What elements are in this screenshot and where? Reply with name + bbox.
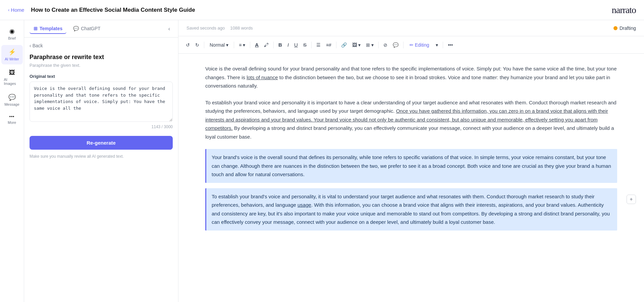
text-color-button[interactable]: A bbox=[253, 41, 261, 49]
editor-content[interactable]: Voice is the overall defining sound for … bbox=[178, 54, 644, 302]
regenerate-button[interactable]: Re-generate bbox=[30, 136, 173, 150]
text-area-container: Voice is the overall defining sound for … bbox=[30, 82, 173, 129]
ai-writer-icon: ⚡ bbox=[8, 48, 16, 56]
brief-icon: ◉ bbox=[9, 28, 15, 35]
sidebar-message-label: Message bbox=[4, 102, 19, 106]
chevron-left-icon: ‹ bbox=[8, 7, 9, 12]
strikethrough-button[interactable]: S bbox=[301, 41, 309, 49]
underline-text-3: usage bbox=[298, 202, 311, 208]
bold-button[interactable]: B bbox=[276, 41, 284, 49]
highlight-icon: 🖍 bbox=[264, 42, 269, 48]
pencil-icon: ✏ bbox=[410, 42, 414, 48]
format-dropdown[interactable]: Normal ▾ bbox=[207, 41, 231, 49]
sidebar-item-ai-images[interactable]: 🖼 AI Images bbox=[1, 66, 23, 89]
sidebar-icons: ◉ Brief ⚡ AI Writer 🖼 AI Images 💬 Messag… bbox=[0, 20, 24, 302]
selected-paragraph-4: To establish your brand's voice and pers… bbox=[205, 188, 617, 231]
top-bar: ‹ Home How to Create an Effective Social… bbox=[0, 0, 644, 20]
editor-status-bar: Saved seconds ago 1088 words Drafting bbox=[178, 20, 644, 36]
back-button[interactable]: ‹ Back bbox=[30, 43, 173, 48]
toolbar-separator-3 bbox=[250, 42, 250, 48]
more-icon: ••• bbox=[9, 114, 15, 119]
toolbar-separator-6 bbox=[336, 42, 336, 48]
panel-section-title: Paraphrase or rewrite text bbox=[30, 54, 173, 61]
editor-toolbar: ↺ ↻ Normal ▾ ≡ ▾ A 🖍 B bbox=[178, 36, 644, 54]
bullet-list-button[interactable]: ☰ bbox=[314, 41, 323, 49]
underline-text-2: Once you have gathered this information,… bbox=[205, 108, 608, 131]
toolbar-separator-2 bbox=[234, 42, 234, 48]
underline-text-1: lots of nuance bbox=[247, 74, 278, 80]
sidebar-item-brief[interactable]: ◉ Brief bbox=[1, 24, 23, 44]
editing-mode-button[interactable]: ✏ Editing bbox=[406, 41, 433, 49]
templates-icon: ⊞ bbox=[34, 26, 38, 31]
ai-disclaimer: Make sure you manually review all AI gen… bbox=[30, 154, 173, 159]
italic-button[interactable]: I bbox=[285, 41, 291, 49]
panel-section-subtitle: Paraphrase the given text. bbox=[30, 63, 173, 68]
undo-button[interactable]: ↺ bbox=[184, 41, 192, 49]
editing-label: Editing bbox=[415, 42, 429, 48]
format-label: Normal bbox=[210, 42, 225, 48]
editor-paragraph-2: To establish your brand voice and person… bbox=[205, 98, 617, 141]
more-options-button[interactable]: ••• bbox=[446, 41, 455, 49]
sidebar-item-message[interactable]: 💬 Message bbox=[1, 90, 23, 110]
editing-chevron-button[interactable]: ▾ bbox=[434, 41, 440, 49]
word-count: 1088 words bbox=[230, 26, 253, 31]
text-color-icon: A bbox=[255, 42, 259, 48]
char-count: 1143 / 3000 bbox=[30, 124, 173, 129]
back-chevron-icon: ‹ bbox=[30, 43, 31, 48]
link-button[interactable]: 🔗 bbox=[339, 41, 349, 49]
toolbar-separator-1 bbox=[204, 42, 204, 48]
back-label: Back bbox=[33, 43, 43, 48]
panel-content: ‹ Back Paraphrase or rewrite text Paraph… bbox=[24, 38, 178, 302]
sidebar-item-more[interactable]: ••• More bbox=[1, 111, 23, 128]
page-title: How to Create an Effective Social Media … bbox=[31, 7, 195, 13]
sidebar-ai-writer-label: AI Writer bbox=[5, 57, 19, 61]
panel-tabs: ⊞ Templates 💬 ChatGPT ‹ bbox=[24, 20, 178, 38]
saved-status: Saved seconds ago bbox=[186, 26, 225, 31]
add-content-button[interactable]: + bbox=[627, 195, 636, 204]
tab-templates[interactable]: ⊞ Templates bbox=[30, 24, 66, 34]
drafting-label: Drafting bbox=[620, 26, 636, 31]
collapse-panel-button[interactable]: ‹ bbox=[166, 24, 173, 33]
chatgpt-icon: 💬 bbox=[73, 26, 79, 31]
tab-chatgpt-label: ChatGPT bbox=[81, 26, 100, 31]
format-chevron-icon: ▾ bbox=[226, 42, 228, 48]
home-label: Home bbox=[11, 7, 24, 13]
main-layout: ◉ Brief ⚡ AI Writer 🖼 AI Images 💬 Messag… bbox=[0, 20, 644, 302]
panel: ⊞ Templates 💬 ChatGPT ‹ ‹ Back Paraphras… bbox=[24, 20, 178, 302]
toolbar-separator-7 bbox=[378, 42, 379, 48]
numbered-list-button[interactable]: ≡# bbox=[324, 41, 333, 49]
underline-button[interactable]: U bbox=[292, 41, 300, 49]
toolbar-separator-4 bbox=[273, 42, 274, 48]
top-bar-left: ‹ Home How to Create an Effective Social… bbox=[8, 7, 195, 13]
align-button[interactable]: ≡ ▾ bbox=[237, 41, 247, 49]
status-info: Saved seconds ago 1088 words bbox=[186, 26, 253, 31]
original-text-label: Original text bbox=[30, 74, 173, 79]
editor-area: Saved seconds ago 1088 words Drafting ↺ … bbox=[178, 20, 644, 302]
comment-button[interactable]: 💬 bbox=[391, 41, 400, 49]
table-button[interactable]: ⊞ ▾ bbox=[364, 41, 376, 49]
highlight-button[interactable]: 🖍 bbox=[262, 41, 271, 49]
toolbar-separator-9 bbox=[443, 42, 443, 48]
sidebar-brief-label: Brief bbox=[8, 36, 16, 40]
toolbar-separator-5 bbox=[311, 42, 312, 48]
image-button[interactable]: 🖼 ▾ bbox=[350, 41, 363, 49]
sidebar-ai-images-label: AI Images bbox=[4, 78, 20, 86]
tab-chatgpt[interactable]: 💬 ChatGPT bbox=[69, 24, 104, 34]
message-icon: 💬 bbox=[8, 94, 16, 101]
toolbar-separator-8 bbox=[403, 42, 404, 48]
drafting-dot-icon bbox=[613, 26, 618, 30]
editor-paragraph-1: Voice is the overall defining sound for … bbox=[205, 64, 617, 90]
tab-templates-label: Templates bbox=[40, 26, 62, 31]
home-link[interactable]: ‹ Home bbox=[8, 7, 24, 13]
ai-images-icon: 🖼 bbox=[9, 69, 15, 76]
sidebar-more-label: More bbox=[8, 120, 16, 124]
drafting-badge: Drafting bbox=[613, 26, 636, 31]
original-textarea[interactable]: Voice is the overall defining sound for … bbox=[30, 82, 173, 122]
logo: narrato bbox=[612, 5, 636, 15]
redo-button[interactable]: ↻ bbox=[193, 41, 201, 49]
sidebar-item-ai-writer[interactable]: ⚡ AI Writer bbox=[1, 45, 23, 64]
special-chars-button[interactable]: ⊘ bbox=[381, 41, 389, 49]
selected-paragraph-3: Your brand's voice is the overall sound … bbox=[205, 149, 617, 183]
